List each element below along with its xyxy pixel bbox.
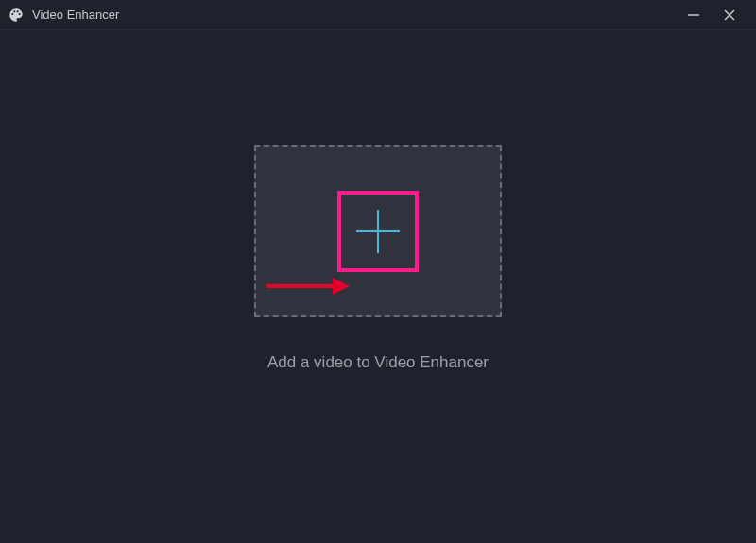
minimize-button[interactable] (684, 6, 703, 25)
annotation-highlight-box (337, 191, 419, 272)
minimize-icon (686, 8, 701, 23)
palette-icon (8, 7, 25, 24)
close-icon (722, 8, 737, 23)
close-button[interactable] (720, 6, 739, 25)
add-video-dropzone[interactable] (254, 145, 502, 317)
app-title: Video Enhancer (32, 8, 684, 22)
window-controls (684, 6, 748, 25)
main-content: Add a video to Video Enhancer (0, 30, 756, 543)
plus-icon (351, 204, 405, 259)
instruction-text: Add a video to Video Enhancer (267, 353, 489, 372)
titlebar: Video Enhancer (0, 0, 756, 30)
